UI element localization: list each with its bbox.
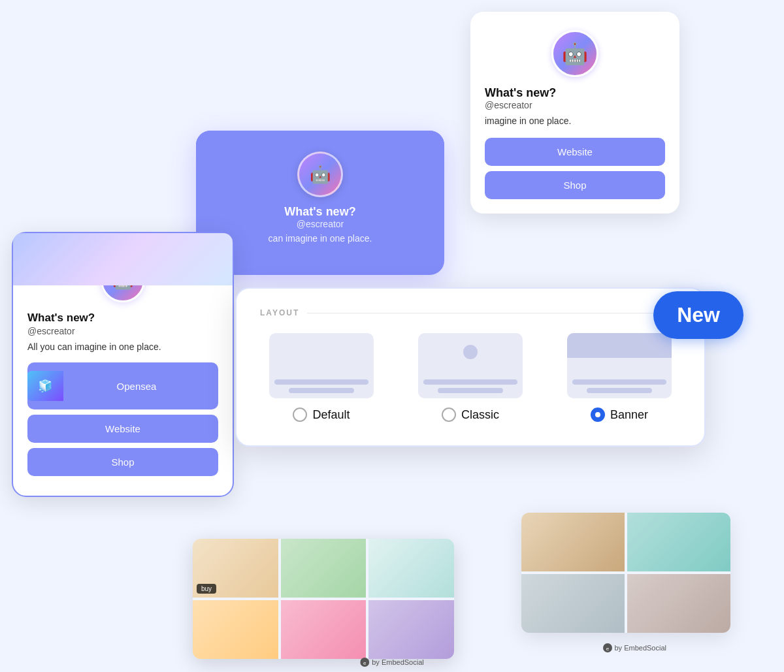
photo-cell-r3 [521, 574, 625, 633]
opensea-thumb: 🧊 [27, 371, 63, 401]
profile-desc-left: All you can imagine in one place. [27, 342, 218, 352]
layout-section-label: LAYOUT [260, 308, 681, 317]
profile-handle-back: @escreator [485, 100, 665, 110]
thumb-dot-classic [463, 345, 478, 359]
opensea-label: Opensea [63, 381, 210, 392]
card-white-left: 🤖 What's new? @escreator All you can ima… [12, 232, 234, 497]
purple-header: 🤖 What's new? @escreator can imagine in … [196, 131, 444, 255]
embedsocial-icon-right: e [603, 643, 612, 652]
profile-title-left: What's new? [27, 312, 218, 325]
new-badge-label: New [677, 303, 720, 327]
profile-title-purple: What's new? [284, 205, 355, 219]
layout-label-banner: Banner [610, 408, 648, 422]
photo-cell-1: buy [193, 539, 278, 598]
thumb-bar-1 [274, 379, 368, 385]
photo-cell-r4 [627, 574, 730, 633]
thumb-bar-4 [438, 388, 504, 393]
thumb-bar-6 [587, 388, 653, 393]
svg-text:e: e [606, 646, 609, 652]
layout-radio-default: Default [293, 408, 350, 422]
radio-banner[interactable] [591, 408, 605, 422]
layout-label-default: Default [312, 408, 350, 422]
photo-cell-3 [368, 539, 454, 598]
embed-footer-left: e by EmbedSocial [360, 658, 424, 667]
thumb-bar-5 [572, 379, 666, 385]
shop-button-back[interactable]: Shop [485, 171, 665, 199]
photo-cell-r1 [521, 513, 625, 571]
photo-cell-6 [368, 600, 454, 659]
radio-classic[interactable] [442, 408, 456, 422]
layout-options: Default Classic [260, 333, 681, 422]
photo-cell-r2 [627, 513, 730, 571]
profile-desc-purple: can imagine in one place. [269, 233, 372, 244]
layout-thumb-banner [567, 333, 672, 398]
thumb-bar-3 [423, 379, 517, 385]
card-white-back: 🤖 What's new? @escreator imagine in one … [470, 12, 679, 214]
photo-cell-5 [281, 600, 367, 659]
embed-footer-label: by EmbedSocial [372, 658, 424, 666]
layout-panel: LAYOUT Default [235, 287, 706, 447]
profile-handle-purple: @escreator [297, 219, 344, 229]
profile-desc-back: imagine in one place. [485, 116, 665, 126]
embed-footer-right: e by EmbedSocial [603, 643, 667, 652]
layout-option-classic[interactable]: Classic [409, 333, 532, 422]
photo-grid-right [521, 513, 730, 633]
layout-label-classic: Classic [461, 408, 499, 422]
shop-button-left[interactable]: Shop [27, 448, 218, 476]
profile-handle-left: @escreator [27, 326, 218, 336]
embed-footer-label-right: by EmbedSocial [615, 644, 667, 652]
profile-title-back: What's new? [485, 86, 665, 100]
buy-tag: buy [197, 584, 216, 594]
layout-option-default[interactable]: Default [260, 333, 383, 422]
profile-header-left [13, 233, 233, 285]
photo-cell-2 [281, 539, 367, 598]
layout-radio-banner: Banner [591, 408, 648, 422]
layout-radio-classic: Classic [442, 408, 499, 422]
new-badge: New [653, 291, 743, 339]
website-button-back[interactable]: Website [485, 138, 665, 166]
thumb-bar-2 [289, 388, 355, 393]
layout-option-banner[interactable]: Banner [558, 333, 681, 422]
avatar-back: 🤖 [551, 30, 598, 77]
layout-thumb-classic [418, 333, 523, 398]
scene: 🤖 What's new? @escreator imagine in one … [0, 0, 784, 672]
photo-cell-4 [193, 600, 278, 659]
photo-grid-left: buy [193, 539, 454, 659]
radio-default[interactable] [293, 408, 307, 422]
thumb-img-top [567, 333, 672, 358]
opensea-button[interactable]: 🧊 Opensea [27, 362, 218, 409]
website-button-left[interactable]: Website [27, 415, 218, 443]
layout-thumb-default [269, 333, 374, 398]
avatar-purple: 🤖 [297, 152, 343, 197]
embedsocial-icon: e [360, 658, 369, 667]
svg-text:e: e [363, 660, 367, 666]
